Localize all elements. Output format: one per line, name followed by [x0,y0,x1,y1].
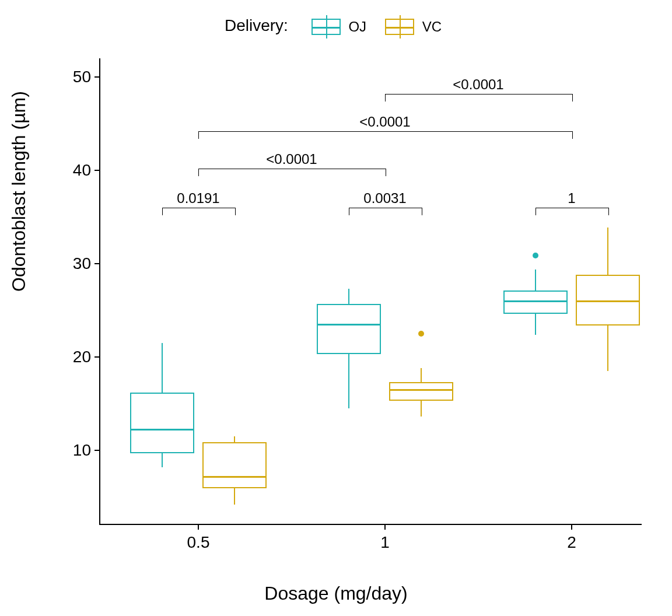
legend-label-oj: OJ [348,19,366,34]
y-tick-label: 10 [73,441,99,460]
legend-title: Delivery: [225,16,288,34]
comparison-bracket [198,169,386,176]
whisker [607,326,609,371]
legend-swatch-oj [312,19,341,35]
whisker [421,368,422,382]
y-tick-label: 20 [73,348,99,366]
y-tick-label: 50 [73,68,99,86]
median-line [389,389,453,391]
x-tick-label: 1 [380,525,390,552]
box [503,290,568,314]
y-axis-line [99,58,100,525]
comparison-bracket [162,208,236,215]
legend-swatch-vc [385,19,414,35]
whisker [535,270,537,291]
whisker [234,436,236,442]
median-line [317,324,381,326]
legend: Delivery: OJ VC [0,16,672,47]
box [202,442,267,488]
whisker [421,401,422,416]
comparison-label: <0.0001 [453,76,503,94]
comparison-bracket [385,94,573,102]
y-axis-title: Odontoblast length (µm) [8,91,30,292]
whisker [607,228,609,275]
comparison-label: <0.0001 [359,114,410,131]
comparison-bracket [198,131,573,139]
y-tick-label: 40 [73,161,99,180]
box [389,382,453,401]
whisker [162,343,163,393]
whisker [234,488,236,505]
whisker [535,314,537,334]
legend-label-vc: VC [422,19,442,34]
whisker [348,289,350,304]
outlier-point [533,253,538,258]
median-line [503,300,568,302]
chart-container: Delivery: OJ VC Odontoblast length (µm) … [0,0,672,616]
comparison-bracket [349,208,422,215]
median-line [202,476,267,478]
x-axis-title: Dosage (mg/day) [0,583,672,604]
comparison-label: 0.0191 [177,190,219,208]
median-line [576,300,640,302]
whisker [348,354,350,408]
x-tick-label: 0.5 [187,525,210,552]
x-tick-label: 2 [567,525,576,552]
box [317,304,381,354]
x-axis-line [99,524,642,525]
outlier-point [418,331,424,337]
plot-area: 10203040500.5120.01910.00311<0.0001<0.00… [99,58,642,525]
box [130,393,194,453]
whisker [162,453,163,467]
comparison-bracket [536,208,609,215]
comparison-label: 1 [568,190,575,208]
median-line [130,429,194,430]
comparison-label: 0.0031 [363,190,406,208]
y-tick-label: 30 [73,254,99,273]
comparison-label: <0.0001 [266,151,317,169]
